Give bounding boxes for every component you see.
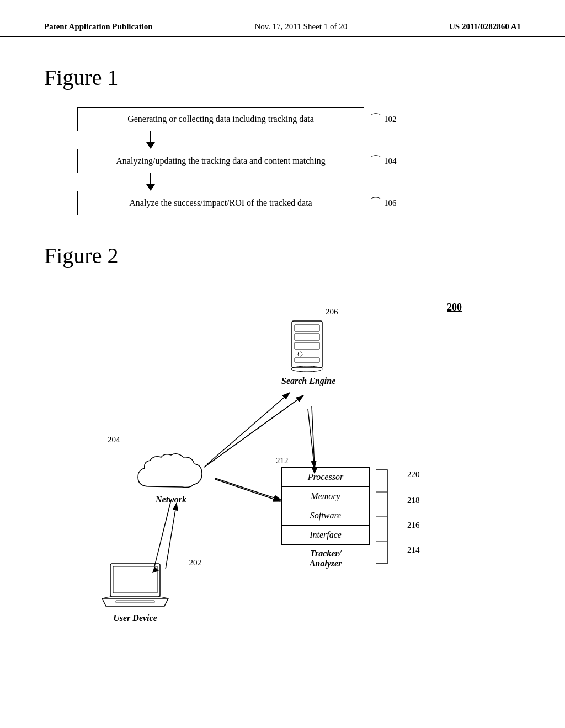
stack-bracket [371, 467, 404, 566]
svg-line-15 [204, 395, 303, 467]
box2-number: 104 [384, 157, 397, 166]
svg-line-25 [166, 503, 177, 569]
processor-box: Processor [281, 467, 370, 487]
flow-box-2: Analyzing/updating the tracking data and… [77, 149, 364, 173]
ud-number-label: 202 [189, 558, 202, 568]
box3-number: 106 [384, 199, 397, 208]
publication-label: Patent Application Publication [44, 22, 153, 31]
svg-line-26 [215, 479, 280, 501]
n216-label: 216 [407, 521, 420, 530]
network-label: Network [132, 495, 210, 505]
software-box: Software [281, 506, 370, 526]
svg-line-23 [207, 393, 290, 464]
flow-row-1: Generating or collecting data including … [77, 107, 397, 131]
system-number: 200 [447, 302, 462, 313]
figure2-diagram: 200 206 Search Engine 204 [44, 285, 521, 644]
flow-label-3: ⌒ 106 [370, 197, 397, 209]
server-icon [286, 318, 331, 373]
tracker-text: Tracker/Analyzer [310, 549, 342, 568]
arrow-line-1 [150, 131, 151, 142]
date-sheet-label: Nov. 17, 2011 Sheet 1 of 20 [255, 22, 348, 31]
figure1-flowchart: Generating or collecting data including … [77, 107, 521, 215]
processor-number-outer: 212 [276, 456, 289, 465]
page-header: Patent Application Publication Nov. 17, … [0, 0, 565, 37]
n218-label: 218 [407, 496, 420, 505]
laptop-icon [99, 561, 171, 611]
search-engine-node: 206 Search Engine [281, 318, 335, 386]
flow-row-3: Analyze the success/impact/ROI of the tr… [77, 191, 397, 215]
user-device-node: 202 User Device [99, 561, 171, 623]
figure2-title: Figure 2 [44, 243, 521, 269]
arrowhead-2 [146, 184, 155, 191]
svg-line-24 [308, 409, 315, 468]
box1-number: 102 [384, 115, 397, 124]
flow-label-1: ⌒ 102 [370, 113, 397, 125]
arrowhead-1 [146, 142, 155, 149]
arrow-1 [146, 131, 155, 149]
patent-number-label: US 2011/0282860 A1 [449, 22, 521, 31]
search-engine-label: Search Engine [281, 376, 335, 386]
svg-rect-8 [113, 566, 157, 593]
n214-label: 214 [407, 545, 420, 555]
main-content: Figure 1 Generating or collecting data i… [0, 37, 565, 655]
cloud-icon [132, 451, 210, 495]
svg-line-20 [312, 406, 315, 467]
arrow-2 [146, 173, 155, 191]
n220-label: 220 [407, 470, 420, 479]
flow-box-1: Generating or collecting data including … [77, 107, 364, 131]
interface-box: Interface [281, 525, 370, 545]
svg-line-17 [154, 500, 171, 566]
network-number-label: 204 [108, 435, 120, 445]
arrow-line-2 [150, 173, 151, 184]
flow-box-3: Analyze the success/impact/ROI of the tr… [77, 191, 364, 215]
tracker-analyzer-node: 212 Processor Memory Software Interface … [281, 467, 370, 569]
bracket-3: ⌒ [370, 197, 382, 209]
bracket-1: ⌒ [370, 113, 382, 125]
svg-line-19 [215, 478, 281, 500]
flow-label-2: ⌒ 104 [370, 155, 397, 167]
bracket-2: ⌒ [370, 155, 382, 167]
flow-row-2: Analyzing/updating the tracking data and… [77, 149, 397, 173]
figure1-title: Figure 1 [44, 65, 521, 90]
tracker-label: Tracker/Analyzer [281, 549, 370, 569]
se-number-label: 206 [326, 307, 338, 317]
network-node: 204 Network [132, 451, 210, 505]
user-device-label: User Device [99, 613, 171, 623]
memory-box: Memory [281, 486, 370, 506]
svg-line-16 [204, 395, 303, 467]
svg-rect-0 [292, 321, 322, 368]
